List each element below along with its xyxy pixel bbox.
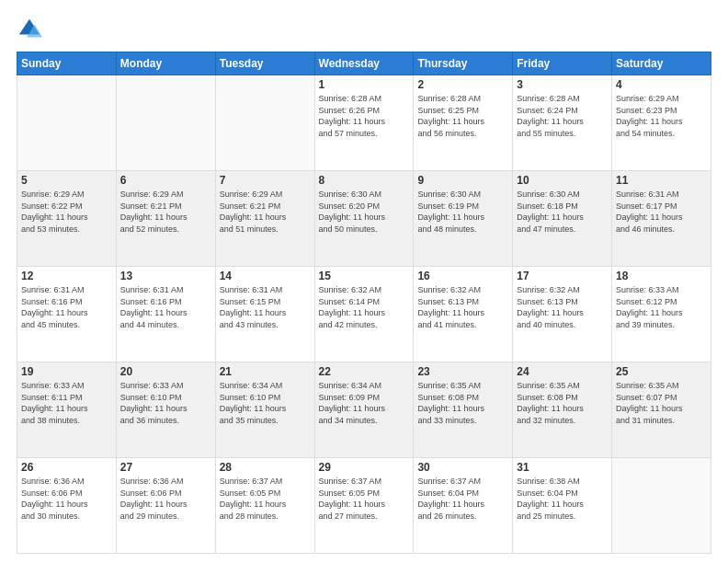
day-number: 29 (319, 461, 410, 474)
calendar-cell: 5Sunrise: 6:29 AM Sunset: 6:22 PM Daylig… (17, 171, 117, 267)
calendar-cell: 17Sunrise: 6:32 AM Sunset: 6:13 PM Dayli… (513, 267, 612, 362)
calendar-cell: 2Sunrise: 6:28 AM Sunset: 6:25 PM Daylig… (414, 75, 513, 171)
calendar-cell: 19Sunrise: 6:33 AM Sunset: 6:11 PM Dayli… (17, 362, 117, 458)
header-day-thursday: Thursday (414, 52, 513, 75)
calendar-cell: 10Sunrise: 6:30 AM Sunset: 6:18 PM Dayli… (513, 171, 612, 267)
calendar-cell: 21Sunrise: 6:34 AM Sunset: 6:10 PM Dayli… (215, 362, 314, 458)
day-number: 14 (220, 270, 311, 282)
day-info: Sunrise: 6:33 AM Sunset: 6:11 PM Dayligh… (21, 380, 112, 426)
day-number: 15 (319, 270, 410, 282)
calendar-cell: 7Sunrise: 6:29 AM Sunset: 6:21 PM Daylig… (215, 171, 314, 267)
day-info: Sunrise: 6:29 AM Sunset: 6:23 PM Dayligh… (616, 93, 707, 139)
day-info: Sunrise: 6:36 AM Sunset: 6:06 PM Dayligh… (21, 476, 112, 522)
day-info: Sunrise: 6:30 AM Sunset: 6:19 PM Dayligh… (417, 189, 508, 235)
day-info: Sunrise: 6:37 AM Sunset: 6:05 PM Dayligh… (220, 476, 311, 522)
logo (17, 17, 46, 42)
calendar-cell: 27Sunrise: 6:36 AM Sunset: 6:06 PM Dayli… (116, 458, 215, 554)
header-day-friday: Friday (513, 52, 612, 75)
calendar-cell: 4Sunrise: 6:29 AM Sunset: 6:23 PM Daylig… (612, 75, 711, 171)
day-number: 18 (616, 270, 707, 282)
header-day-saturday: Saturday (612, 52, 711, 75)
calendar-cell: 1Sunrise: 6:28 AM Sunset: 6:26 PM Daylig… (314, 75, 414, 171)
calendar-cell (612, 458, 711, 554)
calendar-cell: 26Sunrise: 6:36 AM Sunset: 6:06 PM Dayli… (17, 458, 117, 554)
header-row: SundayMondayTuesdayWednesdayThursdayFrid… (17, 52, 711, 75)
calendar-cell: 8Sunrise: 6:30 AM Sunset: 6:20 PM Daylig… (314, 171, 414, 267)
day-number: 22 (319, 365, 410, 378)
calendar-cell: 22Sunrise: 6:34 AM Sunset: 6:09 PM Dayli… (314, 362, 414, 458)
week-row-5: 26Sunrise: 6:36 AM Sunset: 6:06 PM Dayli… (17, 458, 711, 554)
day-number: 7 (220, 174, 311, 187)
day-number: 5 (21, 174, 112, 187)
day-info: Sunrise: 6:31 AM Sunset: 6:17 PM Dayligh… (616, 189, 707, 235)
calendar-cell: 28Sunrise: 6:37 AM Sunset: 6:05 PM Dayli… (215, 458, 314, 554)
header-day-tuesday: Tuesday (215, 52, 314, 75)
day-info: Sunrise: 6:33 AM Sunset: 6:12 PM Dayligh… (616, 284, 707, 330)
day-number: 31 (517, 461, 608, 474)
calendar-cell: 12Sunrise: 6:31 AM Sunset: 6:16 PM Dayli… (17, 267, 117, 362)
calendar-cell: 23Sunrise: 6:35 AM Sunset: 6:08 PM Dayli… (414, 362, 513, 458)
day-number: 21 (220, 365, 311, 378)
day-info: Sunrise: 6:28 AM Sunset: 6:25 PM Dayligh… (417, 93, 508, 139)
day-number: 10 (517, 174, 608, 187)
day-info: Sunrise: 6:35 AM Sunset: 6:08 PM Dayligh… (417, 380, 508, 426)
calendar-cell: 18Sunrise: 6:33 AM Sunset: 6:12 PM Dayli… (612, 267, 711, 362)
day-number: 20 (120, 365, 211, 378)
day-info: Sunrise: 6:34 AM Sunset: 6:10 PM Dayligh… (220, 380, 311, 426)
day-info: Sunrise: 6:36 AM Sunset: 6:06 PM Dayligh… (120, 476, 211, 522)
week-row-4: 19Sunrise: 6:33 AM Sunset: 6:11 PM Dayli… (17, 362, 711, 458)
calendar-cell (116, 75, 215, 171)
day-number: 25 (616, 365, 707, 378)
calendar-cell: 31Sunrise: 6:38 AM Sunset: 6:04 PM Dayli… (513, 458, 612, 554)
logo-icon (17, 17, 42, 42)
day-info: Sunrise: 6:28 AM Sunset: 6:26 PM Dayligh… (319, 93, 410, 139)
day-number: 8 (319, 174, 410, 187)
week-row-2: 5Sunrise: 6:29 AM Sunset: 6:22 PM Daylig… (17, 171, 711, 267)
day-info: Sunrise: 6:33 AM Sunset: 6:10 PM Dayligh… (120, 380, 211, 426)
day-info: Sunrise: 6:37 AM Sunset: 6:04 PM Dayligh… (417, 476, 508, 522)
header (17, 17, 711, 42)
day-info: Sunrise: 6:31 AM Sunset: 6:16 PM Dayligh… (21, 284, 112, 330)
calendar-cell: 9Sunrise: 6:30 AM Sunset: 6:19 PM Daylig… (414, 171, 513, 267)
day-number: 26 (21, 461, 112, 474)
week-row-3: 12Sunrise: 6:31 AM Sunset: 6:16 PM Dayli… (17, 267, 711, 362)
day-info: Sunrise: 6:29 AM Sunset: 6:21 PM Dayligh… (220, 189, 311, 235)
day-info: Sunrise: 6:28 AM Sunset: 6:24 PM Dayligh… (517, 93, 608, 139)
day-number: 6 (120, 174, 211, 187)
calendar-cell: 16Sunrise: 6:32 AM Sunset: 6:13 PM Dayli… (414, 267, 513, 362)
day-number: 11 (616, 174, 707, 187)
calendar-cell: 11Sunrise: 6:31 AM Sunset: 6:17 PM Dayli… (612, 171, 711, 267)
header-day-monday: Monday (116, 52, 215, 75)
day-info: Sunrise: 6:35 AM Sunset: 6:07 PM Dayligh… (616, 380, 707, 426)
day-number: 24 (517, 365, 608, 378)
day-number: 30 (417, 461, 508, 474)
day-info: Sunrise: 6:29 AM Sunset: 6:21 PM Dayligh… (120, 189, 211, 235)
calendar-cell: 29Sunrise: 6:37 AM Sunset: 6:05 PM Dayli… (314, 458, 414, 554)
day-info: Sunrise: 6:29 AM Sunset: 6:22 PM Dayligh… (21, 189, 112, 235)
day-number: 19 (21, 365, 112, 378)
day-info: Sunrise: 6:32 AM Sunset: 6:14 PM Dayligh… (319, 284, 410, 330)
day-info: Sunrise: 6:38 AM Sunset: 6:04 PM Dayligh… (517, 476, 608, 522)
calendar-cell (17, 75, 117, 171)
day-info: Sunrise: 6:30 AM Sunset: 6:18 PM Dayligh… (517, 189, 608, 235)
calendar-cell: 13Sunrise: 6:31 AM Sunset: 6:16 PM Dayli… (116, 267, 215, 362)
day-number: 3 (517, 78, 608, 91)
day-info: Sunrise: 6:32 AM Sunset: 6:13 PM Dayligh… (517, 284, 608, 330)
day-number: 28 (220, 461, 311, 474)
day-number: 23 (417, 365, 508, 378)
day-info: Sunrise: 6:35 AM Sunset: 6:08 PM Dayligh… (517, 380, 608, 426)
day-number: 9 (417, 174, 508, 187)
day-number: 2 (417, 78, 508, 91)
calendar-cell: 14Sunrise: 6:31 AM Sunset: 6:15 PM Dayli… (215, 267, 314, 362)
calendar-cell: 3Sunrise: 6:28 AM Sunset: 6:24 PM Daylig… (513, 75, 612, 171)
calendar-cell: 6Sunrise: 6:29 AM Sunset: 6:21 PM Daylig… (116, 171, 215, 267)
day-info: Sunrise: 6:37 AM Sunset: 6:05 PM Dayligh… (319, 476, 410, 522)
day-number: 27 (120, 461, 211, 474)
day-info: Sunrise: 6:34 AM Sunset: 6:09 PM Dayligh… (319, 380, 410, 426)
day-number: 13 (120, 270, 211, 282)
calendar-cell: 30Sunrise: 6:37 AM Sunset: 6:04 PM Dayli… (414, 458, 513, 554)
header-day-sunday: Sunday (17, 52, 117, 75)
day-info: Sunrise: 6:31 AM Sunset: 6:16 PM Dayligh… (120, 284, 211, 330)
calendar: SundayMondayTuesdayWednesdayThursdayFrid… (17, 52, 711, 554)
day-info: Sunrise: 6:31 AM Sunset: 6:15 PM Dayligh… (220, 284, 311, 330)
